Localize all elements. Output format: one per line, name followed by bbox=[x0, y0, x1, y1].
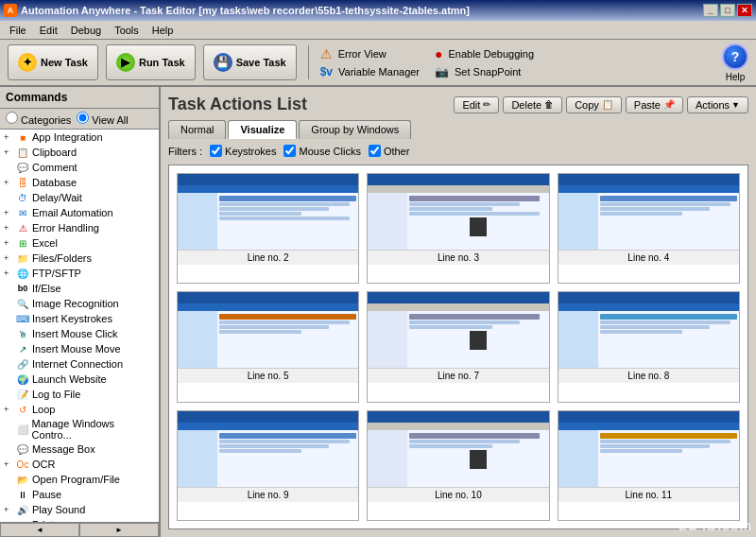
screenshot-cell-6[interactable]: Line no. 9 bbox=[177, 410, 359, 521]
error-icon: ⚠ bbox=[16, 221, 29, 234]
message-box-icon: 💬 bbox=[16, 442, 29, 456]
actions-button[interactable]: Actions ▼ bbox=[687, 96, 748, 113]
toolbar-separator bbox=[308, 45, 309, 79]
sidebar-item-insert-keystrokes[interactable]: ⌨ Insert Keystrokes bbox=[0, 311, 159, 326]
expand-icon: + bbox=[4, 405, 13, 414]
menu-help[interactable]: Help bbox=[146, 24, 180, 37]
sidebar-item-app-integration[interactable]: + ■ App Integration bbox=[0, 130, 159, 145]
sidebar-item-mouse-move[interactable]: ↗ Insert Mouse Move bbox=[0, 341, 159, 356]
expand-icon: + bbox=[4, 147, 13, 157]
screenshot-cell-7[interactable]: Line no. 10 bbox=[367, 410, 549, 521]
main-content: Commands Categories View All + ■ App Int… bbox=[0, 87, 756, 537]
screenshot-cell-4[interactable]: Line no. 7 bbox=[367, 291, 549, 402]
run-task-button[interactable]: ▶ Run Task bbox=[106, 44, 196, 80]
screenshot-cell-2[interactable]: Line no. 4 bbox=[558, 173, 740, 284]
maximize-button[interactable]: □ bbox=[720, 4, 735, 17]
close-button[interactable]: ✕ bbox=[737, 4, 752, 17]
sidebar-item-pause[interactable]: ⏸ Pause bbox=[0, 487, 159, 502]
save-task-button[interactable]: 💾 Save Task bbox=[203, 44, 297, 80]
minimize-button[interactable]: _ bbox=[703, 4, 718, 17]
sidebar: Commands Categories View All + ■ App Int… bbox=[0, 87, 161, 537]
toolbar-debug-group: ● Enable Debugging 📷 Set SnapPoint bbox=[435, 46, 534, 78]
screenshot-label-4: Line no. 7 bbox=[368, 368, 548, 383]
sidebar-item-comment[interactable]: 💬 Comment bbox=[0, 160, 159, 175]
sidebar-item-clipboard[interactable]: + 📋 Clipboard bbox=[0, 145, 159, 160]
help-button[interactable]: ? Help bbox=[722, 43, 748, 82]
other-checkbox[interactable] bbox=[369, 145, 381, 157]
error-view-icon: ⚠ bbox=[320, 46, 333, 61]
categories-radio[interactable] bbox=[6, 112, 18, 124]
expand-icon: + bbox=[4, 459, 13, 469]
tab-group-by-windows[interactable]: Group by Windows bbox=[299, 120, 411, 139]
task-header: Task Actions List Edit ✏ Delete 🗑 Copy 📋… bbox=[168, 95, 748, 114]
screenshot-label-5: Line no. 8 bbox=[558, 368, 739, 383]
sidebar-item-manage-windows[interactable]: ⬜ Manage Windows Contro... bbox=[0, 417, 159, 442]
new-task-button[interactable]: ✦ New Task bbox=[8, 44, 98, 80]
scroll-right-button[interactable]: ► bbox=[79, 523, 159, 537]
keystrokes-icon: ⌨ bbox=[16, 312, 29, 325]
sidebar-item-mouse-click[interactable]: 🖱 Insert Mouse Click bbox=[0, 326, 159, 341]
sidebar-item-loop[interactable]: + ↺ Loop bbox=[0, 402, 159, 417]
screenshot-label-6: Line no. 9 bbox=[178, 487, 358, 502]
screenshot-cell-8[interactable]: Line no. 11 bbox=[558, 410, 740, 521]
sidebar-item-log[interactable]: 📝 Log to File bbox=[0, 387, 159, 402]
mouse-clicks-checkbox[interactable] bbox=[284, 145, 296, 157]
screenshot-cell-0[interactable]: Line no. 2 bbox=[177, 173, 359, 284]
delete-button[interactable]: Delete 🗑 bbox=[503, 96, 562, 113]
sidebar-item-ocr[interactable]: + Oc OCR bbox=[0, 457, 159, 472]
sidebar-item-excel[interactable]: + ⊞ Excel bbox=[0, 235, 159, 251]
view-all-filter[interactable]: View All bbox=[77, 112, 128, 126]
sidebar-item-ifelse[interactable]: b0 If/Else bbox=[0, 281, 159, 296]
screenshot-thumb-8 bbox=[558, 411, 739, 487]
menu-tools[interactable]: Tools bbox=[109, 24, 145, 37]
sidebar-item-database[interactable]: + 🗄 Database bbox=[0, 175, 159, 190]
screenshot-cell-1[interactable]: Line no. 3 bbox=[367, 173, 549, 284]
sidebar-filter: Categories View All bbox=[0, 109, 159, 130]
tab-visualize[interactable]: Visualize bbox=[228, 120, 297, 139]
menu-bar: File Edit Debug Tools Help bbox=[0, 21, 756, 40]
expand-icon: + bbox=[4, 178, 13, 187]
paste-button[interactable]: Paste 📌 bbox=[626, 96, 683, 113]
copy-icon: 📋 bbox=[602, 99, 613, 110]
menu-debug[interactable]: Debug bbox=[65, 24, 107, 37]
set-snappoint-item[interactable]: 📷 Set SnapPoint bbox=[435, 65, 534, 78]
expand-icon: + bbox=[4, 132, 13, 142]
menu-edit[interactable]: Edit bbox=[34, 24, 63, 37]
categories-filter[interactable]: Categories bbox=[6, 112, 71, 126]
paste-icon: 📌 bbox=[663, 99, 675, 110]
sidebar-item-launch-website[interactable]: 🌍 Launch Website bbox=[0, 372, 159, 387]
view-all-radio[interactable] bbox=[77, 112, 89, 124]
screenshot-thumb-1 bbox=[368, 174, 548, 250]
error-view-item[interactable]: ⚠ Error View bbox=[320, 46, 420, 61]
other-filter[interactable]: Other bbox=[369, 145, 410, 157]
copy-button[interactable]: Copy 📋 bbox=[566, 96, 622, 113]
tab-normal[interactable]: Normal bbox=[168, 120, 226, 139]
screenshot-label-0: Line no. 2 bbox=[178, 250, 358, 265]
excel-icon: ⊞ bbox=[16, 236, 29, 250]
sidebar-item-play-sound[interactable]: + 🔊 Play Sound bbox=[0, 502, 159, 517]
screenshot-cell-3[interactable]: Line no. 5 bbox=[177, 291, 359, 402]
sidebar-item-files[interactable]: + 📁 Files/Folders bbox=[0, 251, 159, 266]
keystrokes-filter[interactable]: Keystrokes bbox=[210, 145, 276, 157]
mouse-clicks-filter[interactable]: Mouse Clicks bbox=[284, 145, 360, 157]
sidebar-item-email[interactable]: + ✉ Email Automation bbox=[0, 205, 159, 220]
sidebar-item-error[interactable]: + ⚠ Error Handling bbox=[0, 220, 159, 235]
sidebar-item-internet[interactable]: 🔗 Internet Connection bbox=[0, 356, 159, 372]
sidebar-item-message-box[interactable]: 💬 Message Box bbox=[0, 442, 159, 457]
loop-icon: ↺ bbox=[16, 403, 29, 416]
enable-debugging-item[interactable]: ● Enable Debugging bbox=[435, 46, 534, 61]
keystrokes-checkbox[interactable] bbox=[210, 145, 222, 157]
sidebar-item-image-recognition[interactable]: 🔍 Image Recognition bbox=[0, 296, 159, 311]
image-recognition-icon: 🔍 bbox=[16, 297, 29, 310]
menu-file[interactable]: File bbox=[4, 24, 32, 37]
sidebar-item-delay[interactable]: ⏱ Delay/Wait bbox=[0, 190, 159, 205]
edit-button[interactable]: Edit ✏ bbox=[454, 96, 499, 113]
screenshot-cell-5[interactable]: Line no. 8 bbox=[558, 291, 740, 402]
title-bar-buttons[interactable]: _ □ ✕ bbox=[703, 4, 752, 17]
sidebar-item-ftp[interactable]: + 🌐 FTP/SFTP bbox=[0, 266, 159, 281]
sidebar-item-open-program[interactable]: 📂 Open Program/File bbox=[0, 472, 159, 487]
task-title: Task Actions List bbox=[168, 95, 307, 114]
screenshot-thumb-0 bbox=[178, 174, 358, 250]
scroll-left-button[interactable]: ◄ bbox=[0, 523, 79, 537]
variable-manager-item[interactable]: $v Variable Manager bbox=[320, 65, 420, 78]
